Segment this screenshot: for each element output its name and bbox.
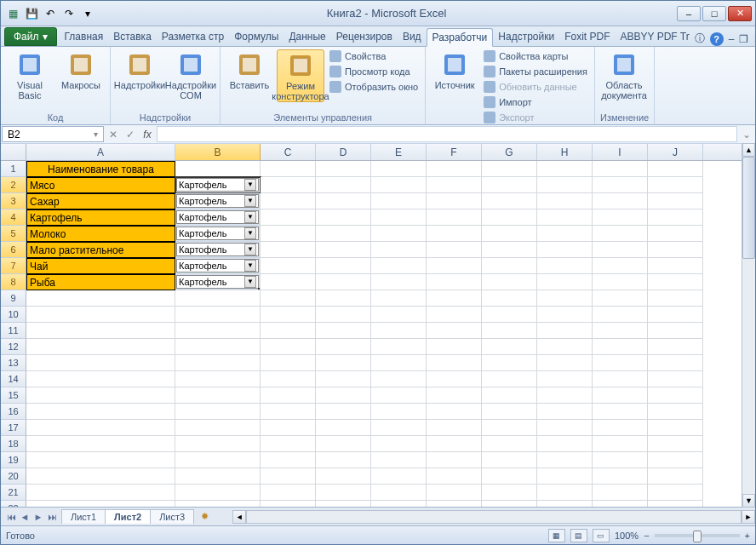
cell-J12[interactable] [648, 339, 703, 355]
cell-E11[interactable] [371, 323, 427, 339]
cell-J3[interactable] [648, 193, 703, 209]
cell-D5[interactable] [316, 226, 371, 242]
cell-D15[interactable] [316, 387, 371, 404]
row-header-5[interactable]: 5 [1, 226, 26, 242]
cell-A10[interactable] [26, 307, 175, 323]
cell-E15[interactable] [371, 387, 427, 404]
ribbon-tab-рецензиров[interactable]: Рецензиров [331, 28, 398, 46]
row-header-6[interactable]: 6 [1, 242, 26, 258]
cell-E17[interactable] [371, 420, 427, 436]
combobox-arrow-icon[interactable]: ▼ [244, 260, 256, 272]
cell-G5[interactable] [482, 226, 537, 242]
ribbon-tab-надстройки[interactable]: Надстройки [493, 28, 559, 46]
cell-A6[interactable]: Мало растительное [26, 242, 175, 258]
cell-B12[interactable] [175, 339, 261, 355]
combobox-arrow-icon[interactable]: ▼ [244, 179, 256, 191]
sheet-nav-prev-icon[interactable]: ◄ [18, 512, 32, 522]
cell-I18[interactable] [593, 436, 648, 452]
row-header-1[interactable]: 1 [1, 161, 26, 177]
design_mode-button[interactable]: Режимконструктора [277, 49, 324, 102]
cell-A5[interactable]: Молоко [26, 226, 175, 242]
cell-F4[interactable] [427, 209, 482, 226]
name-box-dropdown-icon[interactable]: ▾ [94, 129, 98, 139]
cell-C8[interactable] [261, 274, 316, 290]
column-header-J[interactable]: J [648, 144, 703, 160]
cell-A4[interactable]: Картофель [26, 209, 175, 226]
cell-C18[interactable] [261, 436, 316, 452]
cell-B3[interactable]: Картофель▼ [175, 193, 261, 209]
cell-H22[interactable] [537, 501, 593, 507]
redo-icon[interactable]: ↷ [60, 5, 77, 22]
ribbon-tab-вставка[interactable]: Вставка [108, 28, 157, 46]
row-header-7[interactable]: 7 [1, 258, 26, 274]
cell-I2[interactable] [593, 177, 648, 193]
cell-J16[interactable] [648, 404, 703, 420]
cell-C10[interactable] [261, 307, 316, 323]
combobox-7[interactable]: Картофель▼ [176, 259, 259, 272]
cell-J4[interactable] [648, 209, 703, 226]
column-header-C[interactable]: C [261, 144, 316, 160]
cell-C11[interactable] [261, 323, 316, 339]
cell-G22[interactable] [482, 501, 537, 507]
vscroll-down-icon[interactable]: ▼ [742, 494, 755, 508]
cell-D18[interactable] [316, 436, 371, 452]
cell-E21[interactable] [371, 485, 427, 501]
cell-J6[interactable] [648, 242, 703, 258]
row-header-9[interactable]: 9 [1, 290, 26, 307]
cell-F22[interactable] [427, 501, 482, 507]
row-header-2[interactable]: 2 [1, 177, 26, 193]
cell-I3[interactable] [593, 193, 648, 209]
cell-G3[interactable] [482, 193, 537, 209]
workbook-min-icon[interactable]: – [729, 33, 735, 45]
row-header-3[interactable]: 3 [1, 193, 26, 209]
cell-E19[interactable] [371, 452, 427, 468]
cell-D13[interactable] [316, 355, 371, 371]
cancel-formula-icon[interactable]: ✕ [105, 125, 122, 143]
cell-I17[interactable] [593, 420, 648, 436]
cell-G9[interactable] [482, 290, 537, 307]
cell-I21[interactable] [593, 485, 648, 501]
cell-C14[interactable] [261, 371, 316, 387]
cell-E8[interactable] [371, 274, 427, 290]
undo-icon[interactable]: ↶ [42, 5, 59, 22]
cell-F20[interactable] [427, 468, 482, 485]
combobox-arrow-icon[interactable]: ▼ [244, 195, 256, 207]
cell-B7[interactable]: Картофель▼ [175, 258, 261, 274]
cell-A7[interactable]: Чай [26, 258, 175, 274]
cell-H14[interactable] [537, 371, 593, 387]
cell-D4[interactable] [316, 209, 371, 226]
cell-E6[interactable] [371, 242, 427, 258]
cell-H3[interactable] [537, 193, 593, 209]
vscroll-thumb[interactable] [742, 157, 755, 259]
row-header-11[interactable]: 11 [1, 323, 26, 339]
cell-A21[interactable] [26, 485, 175, 501]
row-header-10[interactable]: 10 [1, 307, 26, 323]
row-header-20[interactable]: 20 [1, 468, 26, 485]
cell-H1[interactable] [537, 161, 593, 177]
cell-B2[interactable]: Картофель▼ [175, 177, 261, 193]
cell-E13[interactable] [371, 355, 427, 371]
ribbon-tab-abbyy pdf tr[interactable]: ABBYY PDF Tr [616, 28, 695, 46]
cell-B21[interactable] [175, 485, 261, 501]
cell-D22[interactable] [316, 501, 371, 507]
cell-G6[interactable] [482, 242, 537, 258]
cell-A3[interactable]: Сахар [26, 193, 175, 209]
cell-F11[interactable] [427, 323, 482, 339]
insert-button[interactable]: Вставить [226, 49, 273, 90]
cell-E20[interactable] [371, 468, 427, 485]
cell-I9[interactable] [593, 290, 648, 307]
cell-J1[interactable] [648, 161, 703, 177]
column-header-F[interactable]: F [427, 144, 482, 160]
cell-D14[interactable] [316, 371, 371, 387]
name-box[interactable]: B2 ▾ [2, 126, 104, 142]
cell-A16[interactable] [26, 404, 175, 420]
row-header-4[interactable]: 4 [1, 209, 26, 226]
save-icon[interactable]: 💾 [23, 5, 40, 22]
cell-E9[interactable] [371, 290, 427, 307]
cell-B18[interactable] [175, 436, 261, 452]
cell-G4[interactable] [482, 209, 537, 226]
help-icon[interactable]: ? [710, 32, 724, 46]
cell-G17[interactable] [482, 420, 537, 436]
cell-I5[interactable] [593, 226, 648, 242]
fx-icon[interactable]: fx [139, 125, 156, 143]
